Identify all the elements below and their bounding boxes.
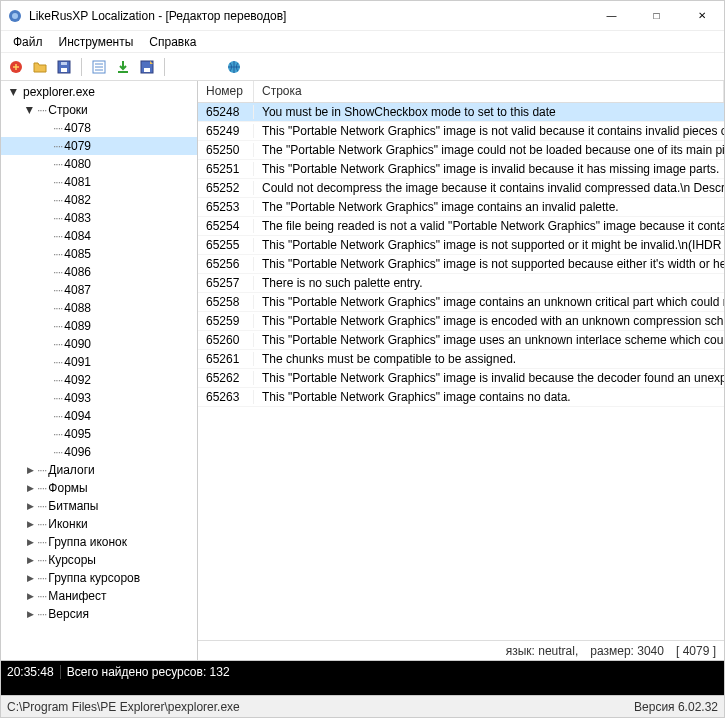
tree-leaf-string[interactable]: ····4095 bbox=[1, 425, 197, 443]
tree-leaf-string[interactable]: ····4078 bbox=[1, 119, 197, 137]
cell-number: 65249 bbox=[198, 124, 254, 138]
table-row[interactable]: 65261The chunks must be compatible to be… bbox=[198, 350, 724, 369]
tree-leaf-string[interactable]: ····4079 bbox=[1, 137, 197, 155]
chevron-right-icon[interactable]: ▶ bbox=[23, 571, 37, 585]
table-row[interactable]: 65263This "Portable Network Graphics" im… bbox=[198, 388, 724, 407]
tree-leaf-string[interactable]: ····4088 bbox=[1, 299, 197, 317]
tree-node-cursor-groups[interactable]: ▶····Группа курсоров bbox=[1, 569, 197, 587]
tree-node-forms[interactable]: ▶····Формы bbox=[1, 479, 197, 497]
table-row[interactable]: 65249This "Portable Network Graphics" im… bbox=[198, 122, 724, 141]
tree-bullet bbox=[39, 283, 53, 297]
open-button[interactable] bbox=[29, 56, 51, 78]
tree-leaf-string[interactable]: ····4090 bbox=[1, 335, 197, 353]
tree-leaf-string[interactable]: ····4091 bbox=[1, 353, 197, 371]
tree-label: 4095 bbox=[62, 427, 91, 441]
tree-label: 4088 bbox=[62, 301, 91, 315]
tree-leaf-string[interactable]: ····4081 bbox=[1, 173, 197, 191]
tree-node-strings[interactable]: ▶····Строки bbox=[1, 101, 197, 119]
info-lang: язык: neutral, bbox=[506, 644, 579, 658]
table-row[interactable]: 65262This "Portable Network Graphics" im… bbox=[198, 369, 724, 388]
cell-string: The "Portable Network Graphics" image co… bbox=[254, 200, 724, 214]
chevron-right-icon[interactable]: ▶ bbox=[23, 499, 37, 513]
cell-string: This "Portable Network Graphics" image i… bbox=[254, 371, 724, 385]
tree-bullet bbox=[39, 427, 53, 441]
svg-rect-10 bbox=[118, 71, 128, 73]
chevron-right-icon[interactable]: ▶ bbox=[7, 85, 21, 99]
app-icon bbox=[7, 8, 23, 24]
tree-bullet bbox=[39, 211, 53, 225]
chevron-right-icon[interactable]: ▶ bbox=[23, 553, 37, 567]
tree-bullet bbox=[39, 193, 53, 207]
export-button[interactable] bbox=[136, 56, 158, 78]
import-button[interactable] bbox=[112, 56, 134, 78]
tree-panel[interactable]: ▶pexplorer.exe▶····Строки····4078····407… bbox=[1, 81, 198, 660]
tree-leaf-string[interactable]: ····4093 bbox=[1, 389, 197, 407]
tree-node-icon-groups[interactable]: ▶····Группа иконок bbox=[1, 533, 197, 551]
chevron-right-icon[interactable]: ▶ bbox=[23, 517, 37, 531]
column-number[interactable]: Номер bbox=[198, 81, 254, 102]
tree-node-icons[interactable]: ▶····Иконки bbox=[1, 515, 197, 533]
tree-bullet bbox=[39, 355, 53, 369]
table-row[interactable]: 65248You must be in ShowCheckbox mode to… bbox=[198, 103, 724, 122]
chevron-right-icon[interactable]: ▶ bbox=[23, 463, 37, 477]
tree-label: Формы bbox=[46, 481, 87, 495]
tree-leaf-string[interactable]: ····4080 bbox=[1, 155, 197, 173]
tree-label: 4087 bbox=[62, 283, 91, 297]
tree-node-version[interactable]: ▶····Версия bbox=[1, 605, 197, 623]
tree-label: 4081 bbox=[62, 175, 91, 189]
new-button[interactable] bbox=[5, 56, 27, 78]
tree-label: 4082 bbox=[62, 193, 91, 207]
cell-string: You must be in ShowCheckbox mode to set … bbox=[254, 105, 724, 119]
tree-node-bitmaps[interactable]: ▶····Битмапы bbox=[1, 497, 197, 515]
menu-tools[interactable]: Инструменты bbox=[51, 33, 142, 51]
tree-node-manifest[interactable]: ▶····Манифест bbox=[1, 587, 197, 605]
tree-label: 4084 bbox=[62, 229, 91, 243]
tree-leaf-string[interactable]: ····4092 bbox=[1, 371, 197, 389]
tree-leaf-string[interactable]: ····4082 bbox=[1, 191, 197, 209]
table-row[interactable]: 65260This "Portable Network Graphics" im… bbox=[198, 331, 724, 350]
tree-leaf-string[interactable]: ····4084 bbox=[1, 227, 197, 245]
tree-label: Курсоры bbox=[46, 553, 96, 567]
tree-leaf-string[interactable]: ····4087 bbox=[1, 281, 197, 299]
table-row[interactable]: 65255This "Portable Network Graphics" im… bbox=[198, 236, 724, 255]
close-button[interactable]: ✕ bbox=[679, 1, 724, 30]
cell-string: The file being readed is not a valid "Po… bbox=[254, 219, 724, 233]
tree-node-dialogs[interactable]: ▶····Диалоги bbox=[1, 461, 197, 479]
column-string[interactable]: Строка bbox=[254, 81, 724, 102]
save-button[interactable] bbox=[53, 56, 75, 78]
maximize-button[interactable]: □ bbox=[634, 1, 679, 30]
tree-leaf-string[interactable]: ····4089 bbox=[1, 317, 197, 335]
tree-bullet bbox=[39, 391, 53, 405]
tree-leaf-string[interactable]: ····4086 bbox=[1, 263, 197, 281]
menu-file[interactable]: Файл bbox=[5, 33, 51, 51]
table-row[interactable]: 65258This "Portable Network Graphics" im… bbox=[198, 293, 724, 312]
tree-leaf-string[interactable]: ····4096 bbox=[1, 443, 197, 461]
table-row[interactable]: 65257There is no such palette entry. bbox=[198, 274, 724, 293]
minimize-button[interactable]: — bbox=[589, 1, 634, 30]
table-row[interactable]: 65254The file being readed is not a vali… bbox=[198, 217, 724, 236]
chevron-right-icon[interactable]: ▶ bbox=[23, 481, 37, 495]
chevron-right-icon[interactable]: ▶ bbox=[23, 589, 37, 603]
chevron-right-icon[interactable]: ▶ bbox=[23, 607, 37, 621]
grid-body[interactable]: 65248You must be in ShowCheckbox mode to… bbox=[198, 103, 724, 640]
console-panel: 20:35:48 Всего найдено ресурсов: 132 bbox=[1, 661, 724, 695]
grid-panel: Номер Строка 65248You must be in ShowChe… bbox=[198, 81, 724, 660]
menu-help[interactable]: Справка bbox=[141, 33, 204, 51]
cell-string: This "Portable Network Graphics" image i… bbox=[254, 238, 724, 252]
tree-leaf-string[interactable]: ····4085 bbox=[1, 245, 197, 263]
table-row[interactable]: 65250The "Portable Network Graphics" ima… bbox=[198, 141, 724, 160]
tree-leaf-string[interactable]: ····4083 bbox=[1, 209, 197, 227]
table-row[interactable]: 65251This "Portable Network Graphics" im… bbox=[198, 160, 724, 179]
table-row[interactable]: 65256This "Portable Network Graphics" im… bbox=[198, 255, 724, 274]
table-row[interactable]: 65259This "Portable Network Graphics" im… bbox=[198, 312, 724, 331]
table-row[interactable]: 65253The "Portable Network Graphics" ima… bbox=[198, 198, 724, 217]
chevron-right-icon[interactable]: ▶ bbox=[23, 103, 37, 117]
table-row[interactable]: 65252Could not decompress the image beca… bbox=[198, 179, 724, 198]
tree-root[interactable]: ▶pexplorer.exe bbox=[1, 83, 197, 101]
status-bar: C:\Program Files\PE Explorer\pexplorer.e… bbox=[1, 695, 724, 717]
tree-node-cursors[interactable]: ▶····Курсоры bbox=[1, 551, 197, 569]
chevron-right-icon[interactable]: ▶ bbox=[23, 535, 37, 549]
globe-button[interactable] bbox=[223, 56, 245, 78]
properties-button[interactable] bbox=[88, 56, 110, 78]
tree-leaf-string[interactable]: ····4094 bbox=[1, 407, 197, 425]
